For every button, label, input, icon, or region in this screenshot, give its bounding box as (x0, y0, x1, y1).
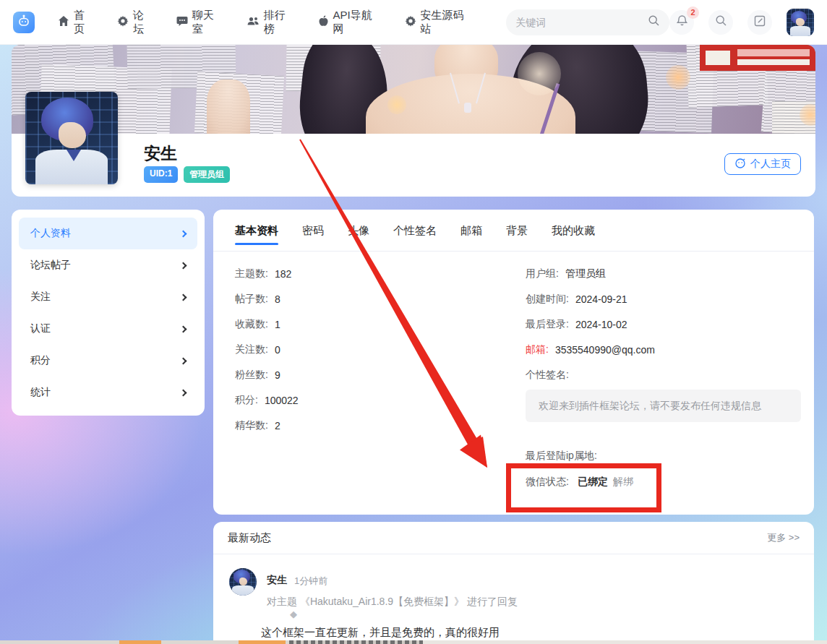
navbar-right: 2 (669, 9, 814, 36)
sidebar-item-forum-posts[interactable]: 论坛帖子 (19, 249, 197, 281)
tab-password[interactable]: 密码 (302, 224, 324, 248)
sidebar-item-personal-info[interactable]: 个人资料 (19, 218, 197, 249)
sidebar-item-verification[interactable]: 认证 (19, 313, 197, 345)
user-avatar[interactable] (787, 9, 814, 36)
notification-badge: 2 (687, 7, 699, 19)
tab-signature[interactable]: 个性签名 (393, 224, 437, 248)
wechat-unbind-link[interactable]: 解绑 (613, 476, 633, 489)
stat-favorites: 收藏数:1 (235, 312, 299, 337)
chevron-right-icon (180, 262, 187, 269)
site-logo[interactable] (13, 12, 35, 33)
tab-basic-info[interactable]: 基本资料 (235, 224, 278, 248)
wechat-status-row: 微信状态: 已绑定 解绑 (526, 476, 633, 489)
profile-username: 安生 (144, 142, 177, 165)
sidebar-item-label: 认证 (30, 322, 51, 335)
tabs-divider (213, 251, 814, 252)
nav-label: 聊天室 (192, 9, 225, 36)
sidebar-item-points[interactable]: 积分 (19, 345, 197, 377)
sidebar-item-label: 统计 (30, 386, 51, 399)
edit-icon (754, 15, 766, 30)
avatar-face (59, 122, 86, 148)
tab-avatar[interactable]: 头像 (348, 224, 369, 248)
homepage-button-label: 个人主页 (750, 158, 791, 171)
avatar-face (796, 18, 805, 26)
bell-icon (676, 14, 688, 30)
search-icon (715, 14, 727, 30)
robot-logo-icon (17, 14, 31, 31)
search-button[interactable] (708, 10, 733, 35)
notifications-button[interactable]: 2 (669, 10, 694, 35)
sidebar-item-statistics[interactable]: 统计 (19, 377, 197, 408)
users-icon (247, 15, 260, 29)
stat-digests: 精华数:2 (235, 413, 299, 438)
avatar-shirt (790, 26, 810, 36)
avatar-shirt (232, 585, 254, 596)
wechat-status-value: 已绑定 (578, 476, 608, 489)
sidebar-item-label: 论坛帖子 (30, 259, 71, 272)
smiley-icon (734, 158, 746, 171)
search-icon[interactable] (648, 14, 660, 30)
post-action-text[interactable]: 对主题 《Hakutaku_Air1.8.9【免费框架】》 进行了回复 (267, 596, 518, 609)
activity-more-link[interactable]: 更多 >> (767, 531, 800, 544)
detail-email: 邮箱:3535540990@qq.com (526, 337, 802, 362)
nav-label: 排行榜 (264, 9, 296, 36)
apple-icon (318, 15, 329, 29)
uid-badge: UID:1 (144, 166, 178, 183)
post-author-avatar[interactable] (229, 568, 257, 596)
detail-last-login: 最后登录:2024-10-02 (526, 312, 802, 337)
post-reply-content: 这个框架一直在更新，并且是免费的，真的很好用 (261, 626, 500, 640)
personal-homepage-button[interactable]: 个人主页 (724, 153, 801, 175)
stat-posts: 帖子数:8 (235, 286, 299, 312)
gear-icon (405, 15, 416, 29)
avatar-face (239, 578, 247, 585)
activity-title: 最新动态 (228, 531, 271, 545)
nav-item-chatroom[interactable]: 聊天室 (176, 9, 225, 36)
stat-fans: 粉丝数:9 (235, 362, 299, 387)
sidebar-item-label: 积分 (30, 354, 51, 367)
nav-label: 安生源码站 (421, 9, 475, 36)
search-box (506, 9, 669, 35)
chevron-right-icon (180, 230, 187, 237)
search-input[interactable] (515, 17, 648, 28)
home-icon (58, 15, 69, 29)
compose-button[interactable] (747, 10, 772, 35)
nav-label: API导航网 (333, 9, 383, 36)
sidebar-item-follows[interactable]: 关注 (19, 281, 197, 313)
nav-item-ranking[interactable]: 排行榜 (247, 9, 296, 36)
chevron-right-icon (180, 389, 187, 396)
profile-avatar[interactable] (25, 92, 118, 184)
detail-created: 创建时间:2024-09-21 (526, 286, 802, 312)
nav-item-forum[interactable]: 论坛 (117, 9, 155, 36)
detail-signature-label: 个性签名: (526, 362, 802, 387)
diamond-icon: ◆ (290, 609, 297, 619)
usergroup-badge: 管理员组 (184, 166, 230, 183)
tab-background[interactable]: 背景 (506, 224, 528, 248)
profile-tabs: 基本资料 密码 头像 个性签名 邮箱 背景 我的收藏 (235, 224, 595, 248)
signature-input[interactable]: 欢迎来到插件框架论坛，请不要发布任何违规信息 (526, 390, 801, 422)
avatar-collar (67, 150, 81, 161)
activity-divider (213, 554, 814, 554)
nav-label: 首页 (74, 9, 95, 36)
post-author-name[interactable]: 安生 (267, 574, 287, 587)
nav-label: 论坛 (133, 9, 155, 36)
nav-item-source-site[interactable]: 安生源码站 (405, 9, 475, 36)
gear-icon (117, 15, 129, 29)
page: 首页 论坛 聊天室 排行榜 (0, 0, 827, 644)
details-column: 用户组:管理员组 创建时间:2024-09-21 最后登录:2024-10-02… (526, 261, 802, 422)
stat-topics: 主题数:182 (235, 261, 299, 286)
profile-badges: UID:1 管理员组 (144, 166, 230, 183)
chevron-right-icon (180, 293, 187, 301)
tab-email[interactable]: 邮箱 (460, 224, 482, 248)
tab-favorites[interactable]: 我的收藏 (552, 224, 595, 248)
stat-following: 关注数:0 (235, 337, 299, 362)
chat-icon (176, 15, 188, 29)
sidebar-item-label: 个人资料 (30, 227, 71, 240)
profile-main-card: 基本资料 密码 头像 个性签名 邮箱 背景 我的收藏 主题数:182 帖子数:8… (213, 210, 814, 515)
post-timestamp: 1分钟前 (294, 575, 327, 588)
activity-header: 最新动态 更多 >> (213, 522, 814, 554)
stats-column: 主题数:182 帖子数:8 收藏数:1 关注数:0 粉丝数:9 积分:10002… (235, 261, 299, 438)
stat-points: 积分:100022 (235, 387, 299, 413)
nav-item-home[interactable]: 首页 (58, 9, 95, 36)
profile-banner-image (12, 45, 815, 134)
nav-item-api-nav[interactable]: API导航网 (318, 9, 383, 36)
